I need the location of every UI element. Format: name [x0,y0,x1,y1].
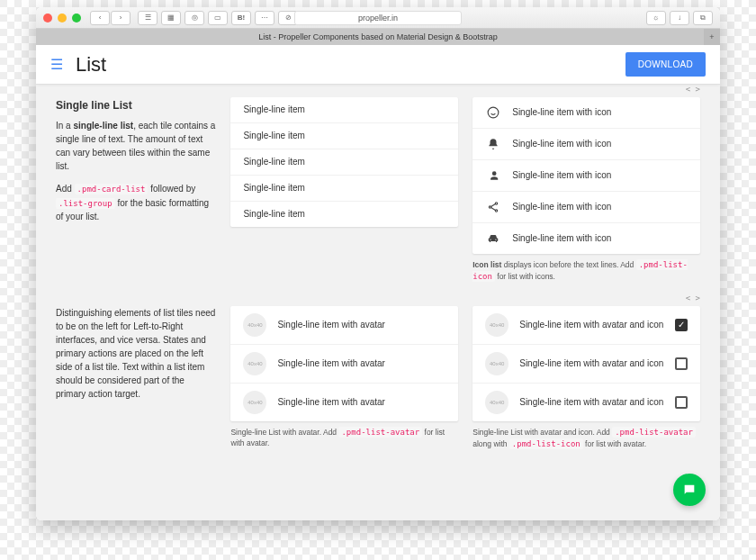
desc-text: Distinguishing elements of list tiles ne… [56,306,216,401]
forward-button[interactable]: › [111,11,130,25]
list-item[interactable]: Single-line item with icon [472,223,700,254]
list-item-label: Single-line item [243,183,446,194]
avatar-icon-list-caption: Single-line List with avatar and icon. A… [472,427,700,450]
share-icon [485,199,501,215]
list-item[interactable]: 40x40 Single-line item with avatar [230,345,458,384]
avatar-icon: 40x40 [243,313,266,337]
svg-point-3 [490,206,491,208]
svg-point-4 [496,210,498,212]
list-item-label: Single-line item with icon [512,170,688,181]
toolbar-icon[interactable]: ◎ [184,11,204,25]
list-item-label: Single-line item with icon [512,233,688,244]
checkbox-icon[interactable] [675,357,688,370]
toolbar-icon[interactable]: B! [231,11,251,25]
list-item-label: Single-line item [243,157,446,167]
caption-bold: Icon list [472,260,501,269]
hamburger-icon[interactable]: ☰ [50,56,63,73]
page-content: ☰ List DOWNLOAD < > Single line List In … [36,45,720,520]
list-item[interactable]: 40x40 Single-line item with avatar [230,306,458,345]
address-bar[interactable]: propeller.in [294,11,462,25]
code-toggle[interactable]: < > [686,294,700,303]
svg-point-1 [492,171,497,176]
list-item[interactable]: Single-line item [230,123,458,149]
section-single-line: < > Single line List In a single-line li… [56,97,700,283]
icon-list-caption: Icon list displays icon before the text … [472,259,700,283]
section-description: Distinguishing elements of list tiles ne… [56,306,216,450]
avatar-icon: 40x40 [243,352,266,375]
desc-text: followed by [148,184,195,194]
code-snippet: .pmd-card-list [75,184,148,194]
list-item[interactable]: 40x40 Single-line item with avatar and i… [472,306,700,345]
list-item[interactable]: Single-line item with icon [472,129,700,160]
section-heading: Single line List [56,97,216,113]
download-button[interactable]: DOWNLOAD [626,52,706,77]
avatar-icon: 40x40 [243,391,266,414]
code-snippet: .list-group [56,198,115,209]
list-item-label: Single-line item with icon [512,107,688,118]
page-title: List [76,53,626,77]
avatar-icon: 40x40 [485,352,508,375]
list-item-label: Single-line item with avatar and icon [519,397,664,408]
desc-text: In a [56,121,73,131]
list-item-label: Single-line item with icon [512,202,688,212]
avatar-icon-list-card: 40x40 Single-line item with avatar and i… [472,306,700,421]
chat-fab[interactable] [673,474,706,506]
list-item[interactable]: 40x40 Single-line item with avatar [230,384,458,421]
caption-text: along with [472,439,509,448]
toolbar-icon[interactable]: ⋯ [255,11,274,25]
app-header: ☰ List DOWNLOAD [36,45,720,85]
code-snippet: .pmd-list-avatar [612,427,696,438]
bell-icon [485,136,501,152]
list-item[interactable]: 40x40 Single-line item with avatar and i… [472,345,700,384]
desc-text: Add [56,184,75,194]
minimize-window-icon[interactable] [58,14,67,23]
tabs-icon[interactable]: ⧉ [693,11,713,25]
code-snippet: .pmd-list-avatar [338,427,422,438]
section-avatar: < > Distinguishing elements of list tile… [56,306,700,450]
list-item-label: Single-line item with icon [512,139,688,149]
avatar-icon: 40x40 [485,391,508,414]
icon-list-card: Single-line item with icon Single-line i… [472,97,700,254]
toolbar-icon[interactable]: ▦ [161,11,181,25]
list-item[interactable]: Single-line item [230,176,458,202]
download-toolbar-icon[interactable]: ↓ [670,11,689,25]
checkbox-icon[interactable] [675,396,688,409]
close-window-icon[interactable] [43,14,52,23]
list-item-label: Single-line item with avatar [277,397,446,408]
list-item[interactable]: Single-line item [230,149,458,176]
toolbar-icon[interactable]: ☰ [138,11,158,25]
list-item-label: Single-line item with avatar [277,358,446,369]
back-button[interactable]: ‹ [90,11,110,25]
list-item[interactable]: Single-line item [230,97,458,123]
browser-titlebar: ‹ › ☰ ▦ ◎ ▭ B! ⋯ ⊘ ▣ propeller.in ☼ ↓ ⧉ [36,7,720,29]
checkbox-icon[interactable]: ✓ [675,319,688,331]
tab-title: List - Propeller Components based on Mat… [258,32,498,41]
code-toggle[interactable]: < > [686,85,700,94]
code-snippet: .pmd-list-icon [509,438,583,449]
list-item[interactable]: 40x40 Single-line item with avatar and i… [472,384,700,421]
svg-point-0 [488,107,499,118]
list-item-label: Single-line item [243,131,446,141]
avatar-list-card: 40x40 Single-line item with avatar 40x40… [230,306,458,421]
car-icon [485,230,501,247]
list-item[interactable]: Single-line item with icon [472,160,700,192]
emoji-icon [485,104,501,121]
plain-list-card: Single-line item Single-line item Single… [230,97,458,227]
list-item[interactable]: Single-line item with icon [472,97,700,129]
zoom-window-icon[interactable] [72,14,81,23]
caption-text: for list with avatar. [583,439,646,448]
person-add-icon [485,167,501,184]
browser-tab[interactable]: List - Propeller Components based on Mat… [36,29,720,45]
list-item-label: Single-line item [243,209,446,220]
caption-text: Single-line List with avatar. Add [230,428,338,437]
list-item[interactable]: Single-line item [230,202,458,227]
toolbar-icon[interactable]: ☼ [646,11,666,25]
list-item[interactable]: Single-line item with icon [472,192,700,223]
list-item-label: Single-line item [243,104,446,115]
toolbar-icon[interactable]: ▭ [208,11,228,25]
list-item-label: Single-line item with avatar and icon [519,320,664,330]
caption-text: Single-line List with avatar and icon. A… [472,428,612,437]
new-tab-button[interactable]: + [704,29,720,45]
svg-point-2 [496,203,498,204]
caption-text: displays icon before the text lines. Add [501,260,635,269]
